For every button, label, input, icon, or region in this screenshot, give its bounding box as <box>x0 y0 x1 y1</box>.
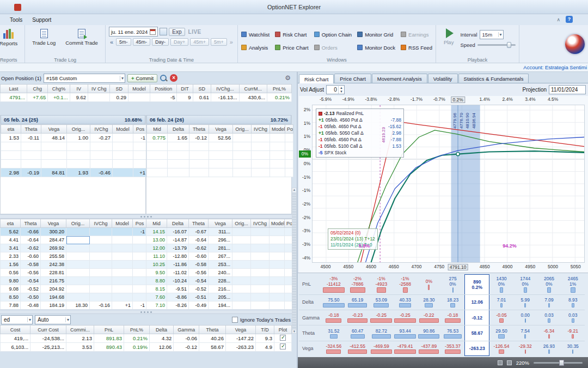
column-header-pos[interactable]: Pos <box>133 125 148 134</box>
cell[interactable]: 205... <box>209 293 232 301</box>
greeks-cell[interactable]: 7.54 <box>513 325 537 340</box>
cell[interactable] <box>113 134 133 142</box>
cell[interactable]: -0.62 <box>189 244 209 252</box>
cell[interactable] <box>232 244 251 252</box>
greeks-cell[interactable]: 53.09 <box>369 295 393 310</box>
cell[interactable] <box>147 168 168 177</box>
greeks-cell[interactable]: 31.52 <box>322 325 346 340</box>
ignore-todays-trades-checkbox[interactable] <box>232 317 238 323</box>
projection-date-input[interactable]: 11/01/2024 <box>549 85 586 94</box>
cell[interactable] <box>270 244 285 252</box>
greeks-cell[interactable]: 76.53 <box>441 325 465 340</box>
column-header-model[interactable]: Model <box>112 219 133 228</box>
cell[interactable]: 48.14 <box>41 134 67 142</box>
cell[interactable]: 255.58 <box>41 252 66 261</box>
vertical-scrollbar[interactable]: ▲ ▼ <box>292 188 297 334</box>
cell[interactable] <box>21 160 41 168</box>
cell[interactable] <box>270 285 285 293</box>
column-header-mid[interactable]: Mid <box>147 125 168 134</box>
cell[interactable] <box>270 160 285 168</box>
cell[interactable] <box>133 142 148 151</box>
live-button[interactable]: LIVE <box>187 28 203 35</box>
cell[interactable]: 4.41 <box>1 236 21 244</box>
plot-checkbox[interactable] <box>280 335 286 341</box>
scroll-down-icon[interactable]: ▼ <box>293 330 296 333</box>
column-header-sd[interactable]: SD <box>110 85 128 93</box>
cell[interactable]: 11.10 <box>146 252 167 261</box>
titlebar[interactable]: OptionNET Explorer <box>0 0 588 14</box>
cell[interactable]: 242.38 <box>41 261 66 269</box>
cell[interactable] <box>90 285 112 293</box>
table-row[interactable] <box>1 142 148 151</box>
cell[interactable]: -0.27 <box>90 134 113 142</box>
chart-legend[interactable]: -2.13 Realized PnL +105feb. 4560 Put Δ-7… <box>316 108 404 158</box>
cell[interactable] <box>90 252 112 261</box>
cell[interactable] <box>112 244 133 252</box>
greeks-cell[interactable]: 20650% <box>537 274 561 294</box>
cell[interactable] <box>189 151 209 160</box>
cell[interactable]: 84.81 <box>41 168 67 177</box>
cell[interactable] <box>251 236 270 244</box>
collapse-ribbon-icon[interactable]: ∧ <box>556 17 560 22</box>
cell[interactable] <box>21 142 41 151</box>
cell[interactable]: -0.49 <box>189 301 209 310</box>
cell[interactable]: 184.19 <box>41 301 66 310</box>
greeks-cell[interactable]: -2%-7886 <box>346 274 370 294</box>
cell[interactable]: 7.60 <box>146 293 167 301</box>
cell[interactable] <box>66 228 90 236</box>
cell[interactable]: 4.32 <box>149 334 174 343</box>
layout-icon[interactable] <box>507 360 512 365</box>
column-header-eta[interactable]: eta <box>1 125 21 134</box>
table-row[interactable]: 2.98-0.1984.811.93-0.46+1 <box>1 168 148 177</box>
cell[interactable]: +7.65 <box>27 93 48 102</box>
greeks-cell[interactable]: -1%-4923 <box>369 274 393 294</box>
column-header-model[interactable]: Model <box>113 125 133 134</box>
column-header-theta[interactable]: Theta <box>21 219 41 228</box>
cell[interactable]: 7.10 <box>146 301 167 310</box>
cell[interactable] <box>133 269 147 277</box>
cell[interactable] <box>233 134 252 142</box>
cell[interactable] <box>285 160 293 168</box>
cell[interactable] <box>66 236 90 244</box>
cell[interactable] <box>147 160 168 168</box>
column-header-vega[interactable]: Vega <box>41 125 67 134</box>
cell[interactable] <box>112 236 133 244</box>
table-row[interactable] <box>1 151 148 160</box>
table-row[interactable]: 8.50-0.50194.68 <box>1 293 147 301</box>
greeks-cell[interactable]: 2750% <box>441 274 465 294</box>
cell[interactable]: -16.07 <box>167 228 189 236</box>
nav-button-day-[interactable]: Day- <box>152 38 169 46</box>
cell[interactable]: 2.33 <box>1 252 21 261</box>
cell[interactable]: -0.58 <box>189 261 209 269</box>
cell[interactable]: 7.88 <box>1 301 21 310</box>
column-header-plot[interactable]: Plot <box>274 325 292 334</box>
cell[interactable]: 281... <box>209 244 232 252</box>
table-row[interactable]: 3.41-0.62269.92 <box>1 244 147 252</box>
table-row[interactable]: 419,...-24,538...2.13891.830.21%4.32-0.0… <box>1 334 292 343</box>
cell[interactable]: 18.30 <box>66 301 90 310</box>
greeks-cell[interactable]: 7.09 <box>537 295 561 310</box>
column-header-chg%[interactable]: Chg% <box>48 85 70 93</box>
greeks-current-cell[interactable]: 58.67 <box>464 325 489 340</box>
greeks-cell[interactable]: 40.33 <box>393 295 417 310</box>
column-header-vega[interactable]: Vega <box>209 125 233 134</box>
table-row[interactable]: 5.62-0.66300.20-1 <box>1 228 147 236</box>
cell[interactable]: -13.79 <box>167 244 189 252</box>
cell[interactable] <box>112 277 133 285</box>
cell[interactable] <box>270 168 285 177</box>
cell[interactable]: -0.50 <box>21 293 41 301</box>
greeks-cell[interactable]: -0.18 <box>322 310 346 325</box>
greeks-cell[interactable]: 17440% <box>513 274 537 294</box>
greeks-cell[interactable]: 26.93 <box>537 341 561 356</box>
cell[interactable]: 0.56 <box>1 269 21 277</box>
cell[interactable]: 10.25 <box>146 261 167 269</box>
cell[interactable] <box>285 168 293 177</box>
column-header-delta[interactable]: Delta <box>167 219 189 228</box>
cell[interactable] <box>133 261 147 269</box>
cell[interactable]: -8.26 <box>167 301 189 310</box>
cell[interactable] <box>209 168 233 177</box>
cell[interactable]: -0.46 <box>90 168 113 177</box>
cell[interactable] <box>189 168 209 177</box>
splitter-handle[interactable] <box>0 214 292 219</box>
greeks-cell[interactable]: 30.35 <box>561 341 585 356</box>
